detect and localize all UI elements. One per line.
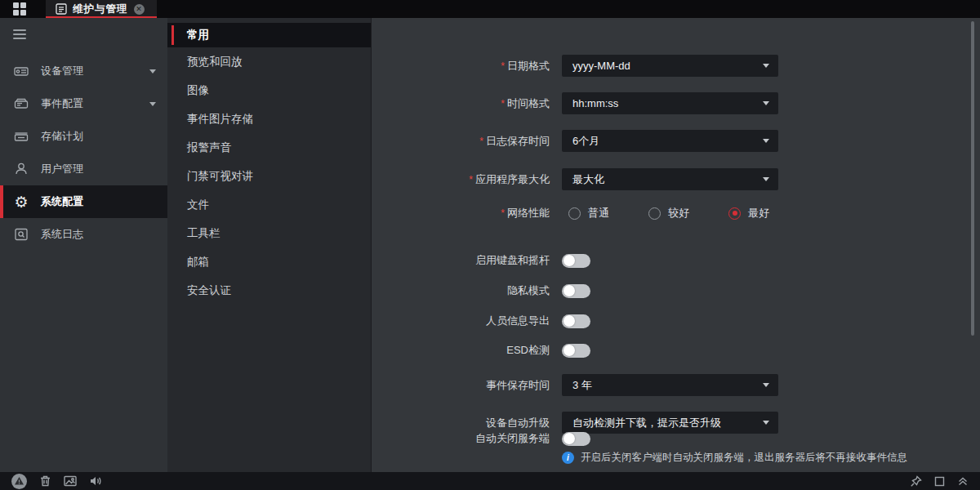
footer-right-icons bbox=[910, 475, 980, 488]
submenu-label: 门禁可视对讲 bbox=[187, 169, 253, 184]
sidebar-item-label: 系统配置 bbox=[41, 194, 83, 209]
submenu-item-event-picture-storage[interactable]: 事件图片存储 bbox=[167, 105, 371, 133]
field-label: 隐私模式 bbox=[372, 283, 550, 298]
network-performance-radio-group: 普通 较好 最好 bbox=[568, 206, 769, 220]
pin-icon[interactable] bbox=[910, 475, 922, 488]
chevron-down-icon bbox=[763, 383, 769, 387]
app-window: 维护与管理 设备管理 事件配置 存储计划 bbox=[0, 0, 980, 490]
status-bar bbox=[0, 472, 980, 490]
device-icon bbox=[12, 62, 30, 80]
sidebar-item-system-config[interactable]: ⚙ 系统配置 bbox=[0, 185, 167, 218]
sidebar-item-user-management[interactable]: 用户管理 bbox=[0, 153, 167, 185]
event-icon bbox=[12, 95, 30, 113]
radio-icon bbox=[648, 207, 661, 220]
sidebar-item-label: 设备管理 bbox=[41, 64, 83, 78]
sidebar-item-system-log[interactable]: 系统日志 bbox=[0, 218, 167, 251]
alarm-icon[interactable] bbox=[11, 474, 27, 489]
hamburger-icon[interactable] bbox=[13, 29, 26, 39]
settings-submenu: 常用 预览和回放 图像 事件图片存储 报警声音 门禁可视对讲 文件 工具栏 邮箱… bbox=[167, 18, 372, 472]
sidebar-item-device-management[interactable]: 设备管理 bbox=[0, 55, 167, 87]
form-row-esd-detection: ESD检测 bbox=[372, 343, 980, 358]
chevron-down-icon bbox=[763, 101, 769, 105]
select-value: hh:mm:ss bbox=[572, 97, 618, 109]
field-label: 日志保存时间 bbox=[372, 134, 550, 149]
toggle-knob bbox=[564, 255, 575, 266]
chevron-down-icon bbox=[763, 421, 769, 425]
form-row-event-keep-time: 事件保存时间 3 年 bbox=[372, 374, 980, 396]
field-label: 人员信息导出 bbox=[372, 314, 550, 328]
submenu-item-email[interactable]: 邮箱 bbox=[167, 247, 371, 276]
toggle-knob bbox=[564, 315, 575, 327]
submenu-label: 事件图片存储 bbox=[187, 112, 253, 127]
esd-detection-toggle[interactable] bbox=[562, 344, 590, 358]
time-format-select[interactable]: hh:mm:ss bbox=[562, 92, 778, 114]
radio-label: 普通 bbox=[588, 206, 609, 220]
submenu-item-security-auth[interactable]: 安全认证 bbox=[167, 276, 371, 305]
submenu-item-access-intercom[interactable]: 门禁可视对讲 bbox=[167, 162, 371, 190]
submenu-item-alarm-sound[interactable]: 报警声音 bbox=[167, 133, 371, 162]
submenu-label: 图像 bbox=[187, 83, 209, 98]
field-label: 自动关闭服务端 bbox=[372, 431, 550, 446]
storage-icon bbox=[12, 127, 30, 145]
radio-best[interactable]: 最好 bbox=[728, 206, 769, 220]
field-label: 设备自动升级 bbox=[372, 416, 550, 430]
radio-label: 最好 bbox=[748, 206, 769, 220]
keyboard-joystick-toggle[interactable] bbox=[562, 254, 590, 268]
radio-icon bbox=[728, 207, 741, 220]
maximize-icon[interactable] bbox=[934, 476, 945, 487]
form-row-person-info-export: 人员信息导出 bbox=[372, 314, 980, 328]
sidebar-item-event-config[interactable]: 事件配置 bbox=[0, 87, 167, 120]
chevron-down-icon bbox=[763, 177, 769, 181]
privacy-mode-toggle[interactable] bbox=[562, 284, 590, 298]
submenu-label: 文件 bbox=[187, 198, 209, 212]
event-keep-time-select[interactable]: 3 年 bbox=[562, 374, 778, 396]
auto-close-server-toggle[interactable] bbox=[562, 432, 590, 446]
log-icon bbox=[12, 225, 30, 243]
image-icon[interactable] bbox=[64, 475, 77, 487]
sidebar-item-label: 事件配置 bbox=[41, 96, 83, 111]
field-label: 网络性能 bbox=[372, 206, 550, 220]
trash-icon[interactable] bbox=[39, 474, 51, 488]
field-label: 时间格式 bbox=[372, 96, 550, 111]
sidebar-item-label: 系统日志 bbox=[41, 227, 83, 242]
sidebar-item-label: 存储计划 bbox=[41, 129, 83, 144]
note-text: 开启后关闭客户端时自动关闭服务端，退出服务器后将不再接收事件信息 bbox=[581, 451, 907, 465]
gear-icon: ⚙ bbox=[12, 193, 30, 211]
form-row-time-format: 时间格式 hh:mm:ss bbox=[372, 92, 980, 114]
chevron-down-icon bbox=[149, 102, 156, 106]
chevron-down-icon bbox=[149, 69, 156, 74]
toggle-knob bbox=[564, 345, 575, 356]
form-row-log-keep-time: 日志保存时间 6个月 bbox=[372, 130, 980, 152]
form-row-privacy-mode: 隐私模式 bbox=[372, 283, 980, 298]
device-auto-upgrade-select[interactable]: 自动检测并下载，提示是否升级 bbox=[562, 412, 778, 434]
toggle-knob bbox=[564, 433, 575, 444]
radio-label: 较好 bbox=[668, 206, 689, 220]
tab-bar: 维护与管理 bbox=[0, 0, 980, 18]
submenu-item-toolbar[interactable]: 工具栏 bbox=[167, 219, 371, 247]
log-keep-time-select[interactable]: 6个月 bbox=[562, 130, 778, 152]
select-value: yyyy-MM-dd bbox=[572, 60, 630, 72]
sidebar: 设备管理 事件配置 存储计划 用户管理 ⚙ 系统配置 bbox=[0, 18, 167, 472]
radio-icon bbox=[568, 207, 581, 220]
radio-better[interactable]: 较好 bbox=[648, 206, 689, 220]
app-maximize-select[interactable]: 最大化 bbox=[562, 168, 778, 190]
person-info-export-toggle[interactable] bbox=[562, 314, 590, 328]
submenu-item-common[interactable]: 常用 bbox=[167, 23, 371, 47]
date-format-select[interactable]: yyyy-MM-dd bbox=[562, 55, 778, 77]
submenu-item-image[interactable]: 图像 bbox=[167, 76, 371, 105]
submenu-item-file[interactable]: 文件 bbox=[167, 190, 371, 219]
sidebar-item-storage-plan[interactable]: 存储计划 bbox=[0, 120, 167, 153]
tab-maintenance[interactable]: 维护与管理 bbox=[46, 0, 157, 18]
chevron-down-icon bbox=[763, 139, 769, 143]
field-label: 启用键盘和摇杆 bbox=[372, 253, 550, 268]
modules-grid-icon[interactable] bbox=[0, 0, 46, 18]
field-label: 日期格式 bbox=[372, 59, 550, 74]
scrollbar-thumb[interactable] bbox=[971, 21, 974, 336]
submenu-label: 邮箱 bbox=[187, 255, 209, 270]
speaker-icon[interactable] bbox=[89, 475, 102, 487]
close-icon[interactable] bbox=[134, 4, 145, 15]
collapse-icon[interactable] bbox=[957, 476, 969, 487]
radio-normal[interactable]: 普通 bbox=[568, 206, 609, 220]
select-value: 3 年 bbox=[572, 378, 592, 393]
submenu-item-preview-playback[interactable]: 预览和回放 bbox=[167, 47, 371, 76]
